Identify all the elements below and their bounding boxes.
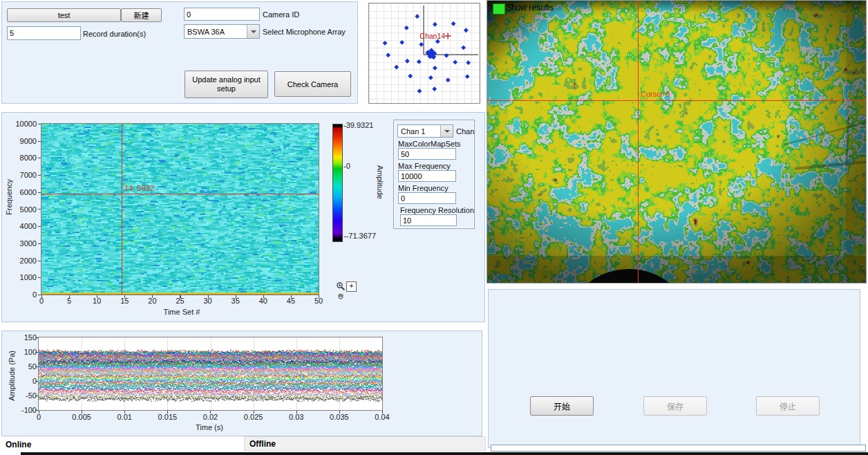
mic-array-select[interactable]: BSWA 36A xyxy=(184,24,260,39)
mic-dot xyxy=(419,42,424,47)
camera-cursor-vline[interactable] xyxy=(638,1,639,283)
waveform-plot xyxy=(38,337,383,411)
waveform-x-tick-label: 0.025 xyxy=(234,413,273,421)
mic-dot xyxy=(433,22,437,27)
waveform-x-tick-label: 0.02 xyxy=(191,413,230,421)
spectrogram-plot xyxy=(41,123,319,295)
camera-image-canvas xyxy=(487,1,866,283)
waveform-x-tick-label: 0.03 xyxy=(277,413,316,421)
mic-dot xyxy=(464,28,469,32)
chevron-down-icon[interactable] xyxy=(440,125,453,137)
mic-dot xyxy=(417,59,422,64)
mic-dot xyxy=(386,53,390,57)
mic-dot xyxy=(399,40,404,45)
spectrogram-y-tick-label: 4000 xyxy=(3,222,37,230)
status-field xyxy=(491,445,866,452)
mic-dot xyxy=(433,66,437,71)
chan-select-value: Chan 1 xyxy=(398,127,440,136)
waveform-x-tick-label: 0.01 xyxy=(105,413,144,421)
colorbar-min-label: --71.3677 xyxy=(343,232,376,240)
spectrogram-y-tick-label: 7000 xyxy=(3,171,37,179)
mic-dot xyxy=(404,26,409,30)
acoustic-camera-app: test 新建 Record duration(s) Camera ID BSW… xyxy=(0,0,868,455)
mic-dot xyxy=(415,14,419,19)
camera-id-label: Camera ID xyxy=(263,10,299,19)
mic-dot xyxy=(446,77,451,82)
max-frequency-label: Max Frequency xyxy=(398,162,451,170)
spectrogram-cursor-hline[interactable] xyxy=(41,194,319,194)
mic-array-scatter: Chan14 xyxy=(369,3,480,103)
taskbar-edge xyxy=(21,452,868,455)
mic-dot xyxy=(444,53,449,58)
pan-hand-icon[interactable] xyxy=(336,291,346,301)
maxcolormapsets-input[interactable] xyxy=(398,148,456,160)
colorbar-max-label: -39.9321 xyxy=(343,121,373,129)
maxcolormapsets-label: MaxColorMapSets xyxy=(398,140,460,148)
waveform-x-tick-label: 0.04 xyxy=(363,413,402,421)
waveform-y-tick-label: 100 xyxy=(3,348,37,356)
session-name-button[interactable]: test xyxy=(7,8,121,22)
waveform-y-tick-label: 0 xyxy=(3,377,37,385)
spectrogram-y-tick-label: 8000 xyxy=(3,154,37,162)
mic-dot xyxy=(466,60,471,65)
colorbar-mid-label: -0 xyxy=(343,162,350,170)
waveform-y-tick-label: -50 xyxy=(3,391,37,400)
min-frequency-label: Min Frequency xyxy=(398,184,449,192)
mic-dot xyxy=(451,21,456,26)
waveform-x-tick-label: 0.005 xyxy=(62,413,101,421)
camera-view: Cursor 0 Show results xyxy=(487,0,867,284)
offline-status-label: Offline xyxy=(249,439,276,449)
mic-dot xyxy=(417,89,422,93)
camera-cursor-hline[interactable] xyxy=(487,100,866,101)
mic-dot xyxy=(432,86,437,91)
mic-dot xyxy=(408,74,413,79)
record-duration-input[interactable] xyxy=(7,26,81,40)
spectrogram-xlabel: Time Set # xyxy=(126,308,237,316)
camera-id-input[interactable] xyxy=(184,8,260,21)
waveform-x-tick-label: 0.015 xyxy=(148,413,187,421)
waveform-x-tick-label: 0.035 xyxy=(320,413,359,421)
crosshair-tool-icon[interactable]: + xyxy=(346,281,357,292)
waveform-canvas xyxy=(39,337,382,410)
spectrogram-y-tick-label: 10000 xyxy=(3,120,37,128)
show-results-indicator[interactable] xyxy=(493,3,505,15)
mic-array-select-value: BSWA 36A xyxy=(185,28,247,36)
mic-dot xyxy=(453,60,457,65)
spectrogram-y-tick-label: 9000 xyxy=(3,137,37,145)
save-button[interactable]: 保存 xyxy=(643,396,707,416)
spectrogram-y-tick-label: 2000 xyxy=(3,257,37,265)
check-camera-button[interactable]: Check Camera xyxy=(274,71,351,97)
spectrogram-cursor-label: 14, 5932 xyxy=(124,184,154,192)
zoom-tool-icon[interactable] xyxy=(335,281,346,291)
spectrogram-y-tick-label: 1000 xyxy=(3,273,37,281)
spectrogram-settings-cluster: Chan 1 Chan MaxColorMapSets Max Frequenc… xyxy=(393,120,475,229)
spectrogram-canvas xyxy=(41,124,319,295)
offline-status-box: Offline xyxy=(244,436,486,451)
stop-button[interactable]: 停止 xyxy=(756,396,820,416)
config-panel: test 新建 Record duration(s) Camera ID BSW… xyxy=(1,1,358,104)
show-results-label: Show results xyxy=(506,3,554,12)
spectrogram-y-tick-label: 5000 xyxy=(3,205,37,214)
mic-array-label: Select Microphone Array xyxy=(263,28,346,36)
chan-select[interactable]: Chan 1 xyxy=(397,124,453,138)
new-session-button[interactable]: 新建 xyxy=(121,8,162,22)
spectrogram-cursor-vline[interactable] xyxy=(122,124,122,295)
waveform-x-tick-label: 0 xyxy=(19,413,58,421)
start-button[interactable]: 开始 xyxy=(530,396,594,416)
update-analog-input-button[interactable]: Update analog input setup xyxy=(185,71,268,98)
frequency-resolution-input[interactable] xyxy=(400,214,457,226)
spectrogram-panel: Frequency 010002000300040005000600070008… xyxy=(1,112,485,322)
amplitude-colorbar xyxy=(332,124,343,242)
record-duration-label: Record duration(s) xyxy=(83,30,146,38)
spectrogram-x-tick-label: 50 xyxy=(299,297,338,305)
max-frequency-input[interactable] xyxy=(398,170,456,182)
run-control-panel: 开始 保存 停止 xyxy=(488,289,860,448)
waveform-y-tick-label: 50 xyxy=(3,362,37,371)
frequency-resolution-label: Frequency Resolution xyxy=(400,206,474,214)
mic-dot xyxy=(428,75,433,80)
colorbar-title: Amplitude xyxy=(376,165,384,199)
min-frequency-input[interactable] xyxy=(398,192,456,204)
chevron-down-icon[interactable] xyxy=(247,25,259,38)
waveform-y-tick-label: 150 xyxy=(3,333,37,342)
mic-array-plot: Chan14 xyxy=(368,3,480,104)
